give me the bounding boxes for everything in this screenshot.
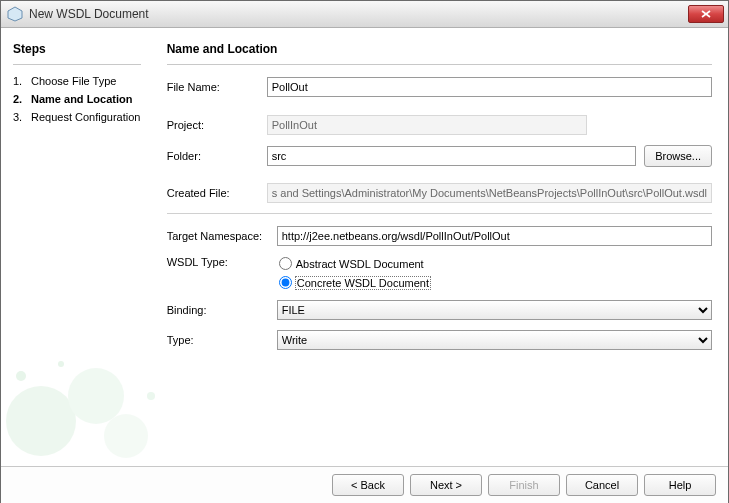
project-label: Project: bbox=[167, 119, 267, 131]
file-name-label: File Name: bbox=[167, 81, 267, 93]
wizard-window: New WSDL Document Steps 1.Choose File Ty… bbox=[0, 0, 729, 503]
folder-label: Folder: bbox=[167, 150, 267, 162]
file-name-input[interactable] bbox=[267, 77, 712, 97]
next-button[interactable]: Next > bbox=[410, 474, 482, 496]
created-file-value: s and Settings\Administrator\My Document… bbox=[267, 183, 712, 203]
project-row: Project: PollInOut bbox=[167, 115, 712, 135]
step-label: Choose File Type bbox=[31, 75, 116, 87]
help-button[interactable]: Help bbox=[644, 474, 716, 496]
radio-concrete-label: Concrete WSDL Document bbox=[296, 277, 430, 289]
step-label: Request Configuration bbox=[31, 111, 140, 123]
file-name-row: File Name: bbox=[167, 77, 712, 97]
window-title: New WSDL Document bbox=[29, 7, 688, 21]
button-bar: < Back Next > Finish Cancel Help bbox=[1, 466, 728, 503]
type-select[interactable]: Write bbox=[277, 330, 712, 350]
project-value: PollInOut bbox=[267, 115, 587, 135]
radio-concrete-input[interactable] bbox=[279, 276, 292, 289]
divider bbox=[13, 64, 141, 65]
type-label: Type: bbox=[167, 334, 277, 346]
folder-input[interactable] bbox=[267, 146, 636, 166]
browse-button[interactable]: Browse... bbox=[644, 145, 712, 167]
titlebar: New WSDL Document bbox=[1, 1, 728, 28]
wsdl-type-row: WSDL Type: Abstract WSDL Document Concre… bbox=[167, 256, 712, 290]
svg-point-7 bbox=[58, 361, 64, 367]
radio-abstract[interactable]: Abstract WSDL Document bbox=[277, 256, 712, 271]
step-request-configuration: 3.Request Configuration bbox=[13, 111, 141, 123]
app-icon bbox=[7, 6, 23, 22]
radio-concrete[interactable]: Concrete WSDL Document bbox=[277, 275, 712, 290]
target-ns-input[interactable] bbox=[277, 226, 712, 246]
svg-point-5 bbox=[104, 414, 148, 458]
svg-marker-0 bbox=[8, 7, 22, 21]
folder-row: Folder: Browse... bbox=[167, 145, 712, 167]
close-icon bbox=[701, 10, 711, 18]
svg-point-3 bbox=[6, 386, 76, 456]
main-panel: Name and Location File Name: Project: Po… bbox=[153, 28, 728, 466]
svg-point-4 bbox=[68, 368, 124, 424]
binding-select[interactable]: FILE bbox=[277, 300, 712, 320]
radio-abstract-input[interactable] bbox=[279, 257, 292, 270]
steps-sidebar: Steps 1.Choose File Type 2.Name and Loca… bbox=[1, 28, 153, 466]
radio-abstract-label: Abstract WSDL Document bbox=[296, 258, 424, 270]
cancel-button[interactable]: Cancel bbox=[566, 474, 638, 496]
wsdl-type-label: WSDL Type: bbox=[167, 256, 277, 268]
binding-label: Binding: bbox=[167, 304, 277, 316]
close-button[interactable] bbox=[688, 5, 724, 23]
divider bbox=[167, 64, 712, 65]
type-row: Type: Write bbox=[167, 330, 712, 350]
finish-button[interactable]: Finish bbox=[488, 474, 560, 496]
step-name-and-location: 2.Name and Location bbox=[13, 93, 141, 105]
panel-heading: Name and Location bbox=[167, 42, 712, 56]
binding-row: Binding: FILE bbox=[167, 300, 712, 320]
target-ns-label: Target Namespace: bbox=[167, 230, 277, 242]
back-button[interactable]: < Back bbox=[332, 474, 404, 496]
svg-point-6 bbox=[16, 371, 26, 381]
step-choose-file-type: 1.Choose File Type bbox=[13, 75, 141, 87]
content-area: Steps 1.Choose File Type 2.Name and Loca… bbox=[1, 28, 728, 466]
step-label: Name and Location bbox=[31, 93, 132, 105]
created-file-row: Created File: s and Settings\Administrat… bbox=[167, 183, 712, 203]
steps-heading: Steps bbox=[13, 42, 141, 56]
created-file-label: Created File: bbox=[167, 187, 267, 199]
target-ns-row: Target Namespace: bbox=[167, 226, 712, 246]
steps-list: 1.Choose File Type 2.Name and Location 3… bbox=[13, 75, 141, 123]
divider bbox=[167, 213, 712, 214]
